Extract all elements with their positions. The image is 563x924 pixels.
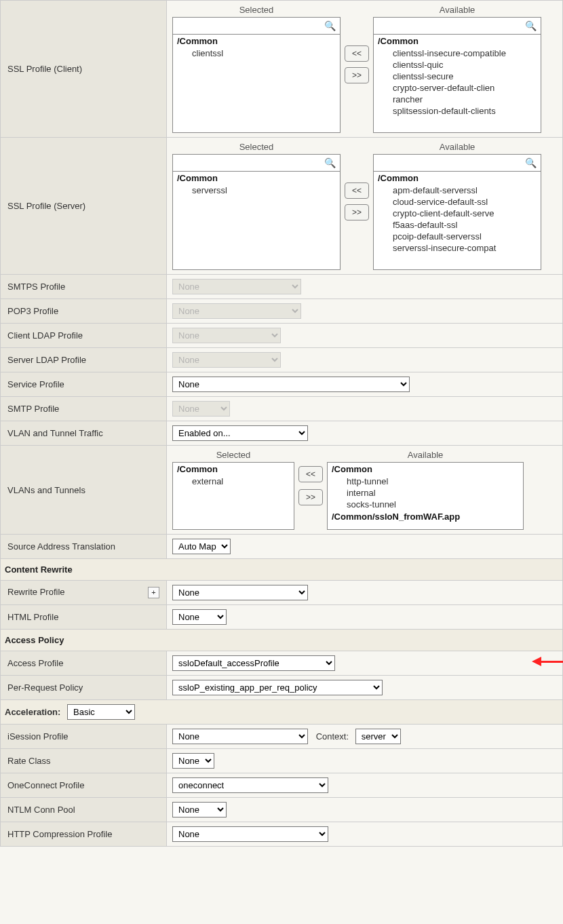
list-item[interactable]: clientssl-insecure-compatible xyxy=(374,47,541,59)
source-address-translation-label: Source Address Translation xyxy=(1,535,167,559)
client-ldap-profile-label: Client LDAP Profile xyxy=(1,324,167,348)
selected-header: Selected xyxy=(172,450,294,462)
list-item[interactable]: cloud-service-default-ssl xyxy=(374,196,541,208)
access-policy-header: Access Policy xyxy=(1,630,563,651)
access-profile-label: Access Profile xyxy=(1,651,167,676)
list-item[interactable]: crypto-client-default-serve xyxy=(374,208,541,219)
acceleration-select[interactable]: Basic xyxy=(67,704,135,720)
oneconnect-profile-label: OneConnect Profile xyxy=(1,773,167,798)
list-group: /Common xyxy=(173,35,340,47)
move-left-button[interactable]: << xyxy=(345,45,369,62)
ssl-client-selected-list[interactable]: /Common clientssl xyxy=(172,35,341,133)
client-ldap-profile-select: None xyxy=(172,328,281,343)
list-item[interactable]: internal xyxy=(328,487,523,499)
available-header: Available xyxy=(373,5,541,17)
acceleration-label: Acceleration: xyxy=(5,707,60,717)
list-item[interactable]: clientssl-secure xyxy=(374,71,541,82)
ssl-client-picker: Selected 🔍 /Common clientssl << >> Avail… xyxy=(172,5,557,133)
source-address-translation-select[interactable]: Auto Map xyxy=(172,539,231,554)
list-group: /Common xyxy=(173,463,294,476)
per-request-policy-label: Per-Request Policy xyxy=(1,676,167,700)
http-compression-profile-select[interactable]: None xyxy=(172,826,328,842)
rate-class-label: Rate Class xyxy=(1,749,167,773)
search-icon: 🔍 xyxy=(324,157,340,168)
smtps-profile-label: SMTPS Profile xyxy=(1,275,167,299)
move-left-button[interactable]: << xyxy=(298,466,323,482)
ssl-server-selected-search[interactable] xyxy=(173,155,324,171)
isession-profile-select[interactable]: None xyxy=(172,729,308,744)
pop3-profile-select: None xyxy=(172,303,301,319)
oneconnect-profile-select[interactable]: oneconnect xyxy=(172,777,328,793)
vlans-tunnels-label: VLANs and Tunnels xyxy=(1,446,167,535)
ntlm-conn-pool-select[interactable]: None xyxy=(172,802,227,817)
vlan-tunnel-traffic-label: VLAN and Tunnel Traffic xyxy=(1,421,167,446)
annotation-arrow-icon xyxy=(540,661,563,663)
list-item[interactable]: serverssl-insecure-compat xyxy=(374,242,541,254)
list-item[interactable]: clientssl-quic xyxy=(374,59,541,71)
isession-profile-label: iSession Profile xyxy=(1,725,167,749)
server-ldap-profile-select: None xyxy=(172,352,281,368)
smtp-profile-select: None xyxy=(172,401,230,417)
vlans-tunnels-picker: Selected /Common external << >> Availabl… xyxy=(172,450,557,530)
list-group: /Common xyxy=(328,463,523,476)
list-group: /Common xyxy=(173,172,340,185)
list-item[interactable]: external xyxy=(173,476,294,487)
html-profile-select[interactable]: None xyxy=(172,609,227,625)
search-icon: 🔍 xyxy=(324,20,340,31)
rewrite-profile-select[interactable]: None xyxy=(172,585,308,600)
smtps-profile-select: None xyxy=(172,279,301,294)
context-label: Context: xyxy=(316,731,349,742)
rewrite-profile-add-button[interactable]: + xyxy=(148,587,159,598)
ssl-client-selected-search[interactable] xyxy=(173,18,324,34)
ssl-server-available-list[interactable]: /Common apm-default-serverssl cloud-serv… xyxy=(373,172,541,270)
pop3-profile-label: POP3 Profile xyxy=(1,299,167,324)
isession-context-select[interactable]: server xyxy=(355,729,401,744)
list-item[interactable]: socks-tunnel xyxy=(328,499,523,510)
ssl-server-selected-list[interactable]: /Common serverssl xyxy=(172,172,341,270)
selected-header: Selected xyxy=(172,5,341,17)
service-profile-label: Service Profile xyxy=(1,372,167,397)
list-group: /Common xyxy=(374,35,541,47)
list-item[interactable]: http-tunnel xyxy=(328,476,523,487)
list-item[interactable]: pcoip-default-serverssl xyxy=(374,231,541,242)
ssl-server-available-search[interactable] xyxy=(374,155,525,171)
ssl-profile-client-label: SSL Profile (Client) xyxy=(1,1,167,138)
list-item[interactable]: crypto-server-default-clien xyxy=(374,82,541,94)
list-item[interactable]: f5aas-default-ssl xyxy=(374,219,541,231)
list-group: /Common/ssloN_fromWAF.app xyxy=(328,510,523,523)
vlan-tunnel-traffic-select[interactable]: Enabled on... xyxy=(172,425,308,441)
list-item[interactable]: rancher xyxy=(374,94,541,105)
available-header: Available xyxy=(327,450,524,462)
smtp-profile-label: SMTP Profile xyxy=(1,397,167,421)
search-icon: 🔍 xyxy=(525,157,541,168)
content-rewrite-header: Content Rewrite xyxy=(1,559,563,581)
html-profile-label: HTML Profile xyxy=(1,605,167,630)
move-right-button[interactable]: >> xyxy=(345,67,369,83)
list-item[interactable]: splitsession-default-clients xyxy=(374,105,541,117)
search-icon: 🔍 xyxy=(525,20,541,31)
rate-class-select[interactable]: None xyxy=(172,753,214,769)
http-compression-profile-label: HTTP Compression Profile xyxy=(1,822,167,847)
server-ldap-profile-label: Server LDAP Profile xyxy=(1,348,167,372)
move-right-button[interactable]: >> xyxy=(345,204,369,220)
vlans-available-list[interactable]: /Common http-tunnel internal socks-tunne… xyxy=(327,462,524,530)
per-request-policy-select[interactable]: ssloP_existing_app_per_req_policy xyxy=(172,680,383,695)
selected-header: Selected xyxy=(172,142,341,154)
available-header: Available xyxy=(373,142,541,154)
rewrite-profile-label: Rewrite Profile + xyxy=(1,581,167,605)
list-item[interactable]: clientssl xyxy=(173,47,340,59)
vlans-selected-list[interactable]: /Common external xyxy=(172,462,294,530)
ntlm-conn-pool-label: NTLM Conn Pool xyxy=(1,798,167,822)
list-group: /Common xyxy=(374,172,541,185)
ssl-profile-server-label: SSL Profile (Server) xyxy=(1,138,167,275)
ssl-server-picker: Selected 🔍 /Common serverssl << >> Avail… xyxy=(172,142,557,270)
access-profile-select[interactable]: ssloDefault_accessProfile xyxy=(172,655,335,671)
service-profile-select[interactable]: None xyxy=(172,377,410,392)
list-item[interactable]: apm-default-serverssl xyxy=(374,185,541,196)
ssl-client-available-list[interactable]: /Common clientssl-insecure-compatible cl… xyxy=(373,35,541,133)
move-right-button[interactable]: >> xyxy=(298,489,323,505)
ssl-client-available-search[interactable] xyxy=(374,18,525,34)
move-left-button[interactable]: << xyxy=(345,182,369,199)
list-item[interactable]: serverssl xyxy=(173,185,340,196)
